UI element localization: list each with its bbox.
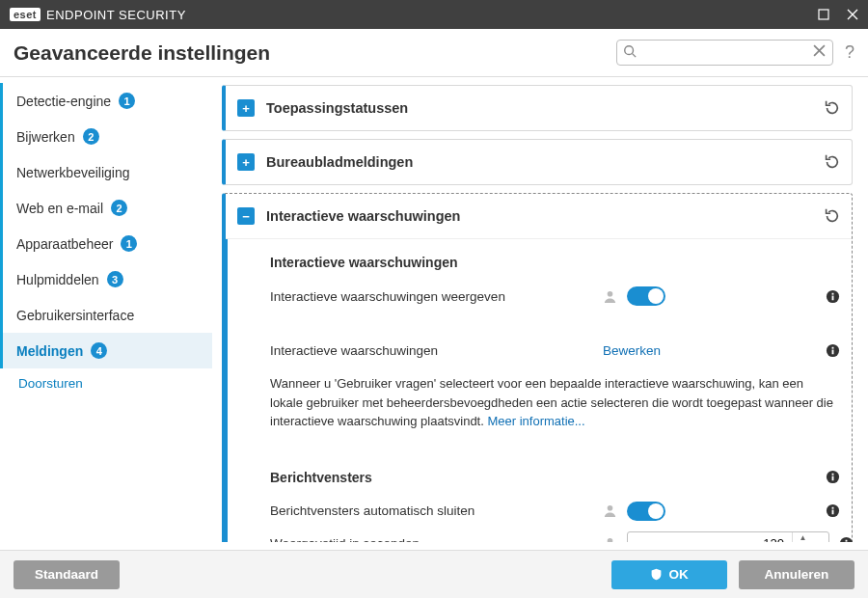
- expand-icon: +: [237, 99, 255, 117]
- brand: eset ENDPOINT SECURITY: [10, 8, 186, 22]
- sidebar-item-web-email[interactable]: Web en e-mail 2: [0, 190, 212, 226]
- window-controls: [818, 9, 858, 20]
- button-label: OK: [668, 567, 688, 582]
- ok-button[interactable]: OK: [611, 560, 727, 589]
- sidebar-item-update[interactable]: Bijwerken 2: [0, 119, 212, 154]
- info-icon[interactable]: [816, 289, 840, 304]
- search-input[interactable]: [616, 40, 833, 66]
- row-label: Interactieve waarschuwingen weergeven: [270, 289, 603, 304]
- spinner: ▲ ▼: [792, 532, 813, 543]
- sidebar-subitem-forwarding[interactable]: Doorsturen: [0, 368, 212, 397]
- titlebar: eset ENDPOINT SECURITY: [0, 0, 868, 29]
- main: + Toepassingstatussen + Bureaubladmeldin…: [212, 77, 868, 550]
- sidebar-item-notifications[interactable]: Meldingen 4: [0, 333, 212, 368]
- page-title: Geavanceerde instellingen: [14, 41, 270, 65]
- sidebar-badge: 1: [121, 235, 137, 252]
- toggle-show-interactive[interactable]: [627, 286, 665, 306]
- row-label: Interactieve waarschuwingen: [270, 343, 603, 358]
- interactive-description: Wanneer u 'Gebruiker vragen' selecteert …: [270, 374, 839, 431]
- expand-icon: +: [237, 153, 255, 171]
- shield-icon: [650, 568, 663, 581]
- sidebar-badge: 2: [83, 128, 99, 145]
- svg-rect-15: [832, 507, 834, 509]
- panel-head-desktop-notif[interactable]: + Bureaubladmeldingen: [226, 140, 852, 184]
- user-policy-icon: [603, 536, 617, 542]
- svg-rect-14: [832, 510, 834, 515]
- default-button[interactable]: Standaard: [14, 560, 120, 589]
- panel-head-interactive[interactable]: − Interactieve waarschuwingen: [226, 194, 852, 238]
- svg-rect-10: [832, 476, 834, 481]
- panel-interactive-alerts: − Interactieve waarschuwingen Interactie…: [222, 193, 853, 542]
- panel-desktop-notif: + Bureaubladmeldingen: [222, 139, 853, 185]
- svg-point-12: [608, 505, 613, 511]
- close-icon[interactable]: [847, 9, 858, 20]
- sidebar-item-tools[interactable]: Hulpmiddelen 3: [0, 261, 212, 297]
- sidebar-badge: 4: [91, 342, 107, 359]
- sidebar-item-label: Gebruikersinterface: [16, 308, 134, 323]
- revert-icon[interactable]: [823, 99, 840, 117]
- sidebar-item-label: Apparaatbeheer: [16, 236, 113, 252]
- row-autoclose: Berichtvensters automatisch sluiten: [270, 495, 840, 528]
- sidebar-item-ui[interactable]: Gebruikersinterface: [0, 297, 212, 333]
- info-icon[interactable]: [816, 470, 840, 484]
- search-wrap: [616, 40, 833, 66]
- user-policy-icon: [603, 503, 617, 518]
- maximize-icon[interactable]: [818, 9, 829, 20]
- brand-box: eset: [10, 8, 41, 21]
- brand-text: ENDPOINT SECURITY: [46, 8, 186, 22]
- info-icon[interactable]: [816, 343, 840, 358]
- footer: Standaard OK Annuleren: [0, 550, 868, 598]
- sidebar-item-label: Bijwerken: [16, 129, 75, 145]
- sidebar-badge: 2: [111, 200, 127, 216]
- seconds-input[interactable]: [628, 536, 792, 542]
- sidebar: Detectie-engine 1 Bijwerken 2 Netwerkbev…: [0, 77, 212, 550]
- edit-link[interactable]: Bewerken: [603, 343, 661, 358]
- section-title-msgbox: Berichtvensters: [270, 470, 840, 485]
- body: Detectie-engine 1 Bijwerken 2 Netwerkbev…: [0, 77, 868, 550]
- main-scroll[interactable]: + Toepassingstatussen + Bureaubladmeldin…: [222, 85, 862, 542]
- row-label: Weergavetijd in seconden: [270, 536, 603, 542]
- info-icon[interactable]: [816, 503, 840, 518]
- seconds-stepper[interactable]: ▲ ▼: [627, 531, 829, 543]
- panel-head-app-status[interactable]: + Toepassingstatussen: [226, 86, 852, 130]
- revert-icon[interactable]: [823, 153, 840, 171]
- row-show-interactive: Interactieve waarschuwingen weergeven: [270, 280, 840, 313]
- sidebar-item-detection[interactable]: Detectie-engine 1: [0, 83, 212, 119]
- sidebar-item-label: Netwerkbeveiliging: [16, 165, 130, 180]
- button-label: Annuleren: [765, 567, 829, 582]
- sidebar-badge: 1: [119, 93, 135, 109]
- panel-title: Interactieve waarschuwingen: [266, 208, 460, 224]
- search-clear-icon[interactable]: [813, 44, 826, 57]
- sidebar-item-label: Web en e-mail: [16, 201, 103, 216]
- cancel-button[interactable]: Annuleren: [739, 560, 854, 589]
- sidebar-item-label: Meldingen: [16, 343, 83, 359]
- row-label: Berichtvensters automatisch sluiten: [270, 503, 603, 518]
- row-edit-interactive: Interactieve waarschuwingen Bewerken: [270, 334, 840, 367]
- sidebar-item-device[interactable]: Apparaatbeheer 1: [0, 226, 212, 261]
- sidebar-item-label: Hulpmiddelen: [16, 272, 99, 287]
- svg-rect-5: [832, 292, 834, 294]
- svg-point-2: [608, 290, 613, 296]
- section-title-interactive: Interactieve waarschuwingen: [270, 255, 840, 270]
- section-title-text: Interactieve waarschuwingen: [270, 255, 458, 270]
- toggle-autoclose[interactable]: [627, 502, 665, 521]
- sidebar-item-label: Doorsturen: [18, 376, 83, 391]
- subheader: Geavanceerde instellingen ?: [0, 29, 868, 77]
- sidebar-badge: 3: [107, 271, 123, 287]
- sidebar-item-label: Detectie-engine: [16, 94, 111, 109]
- help-icon[interactable]: ?: [845, 42, 854, 63]
- sidebar-item-network[interactable]: Netwerkbeveiliging: [0, 154, 212, 190]
- info-icon[interactable]: [829, 536, 854, 542]
- collapse-icon: −: [237, 207, 255, 225]
- svg-point-16: [608, 538, 613, 542]
- revert-icon[interactable]: [823, 207, 840, 225]
- button-label: Standaard: [35, 567, 98, 582]
- svg-rect-4: [832, 295, 834, 300]
- spin-up-icon[interactable]: ▲: [793, 532, 813, 543]
- section-title-text: Berichtvensters: [270, 470, 372, 485]
- svg-rect-0: [819, 10, 828, 19]
- svg-rect-7: [832, 349, 834, 354]
- svg-rect-19: [846, 540, 848, 542]
- svg-rect-8: [832, 346, 834, 348]
- more-info-link[interactable]: Meer informatie...: [487, 414, 584, 428]
